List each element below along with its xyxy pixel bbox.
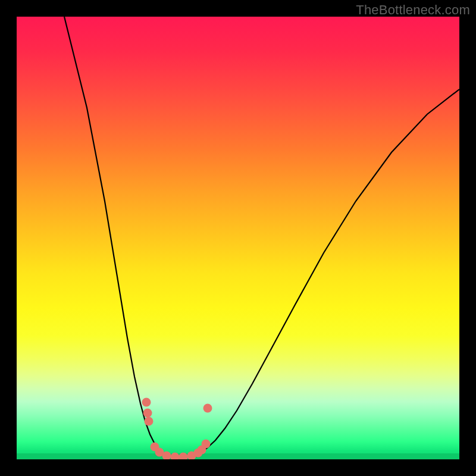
data-dot (171, 453, 180, 460)
curve-line (64, 17, 459, 457)
chart-frame: TheBottleneck.com (0, 0, 476, 476)
data-dot (143, 409, 152, 418)
data-dots (142, 398, 212, 460)
data-dot (179, 453, 188, 460)
data-dot (145, 417, 154, 426)
data-dot (203, 404, 212, 413)
data-dot (142, 398, 151, 407)
plot-area (17, 17, 459, 459)
watermark-text: TheBottleneck.com (356, 2, 470, 18)
chart-svg (17, 17, 459, 459)
data-dot (202, 440, 211, 449)
bottleneck-curve (64, 17, 459, 457)
